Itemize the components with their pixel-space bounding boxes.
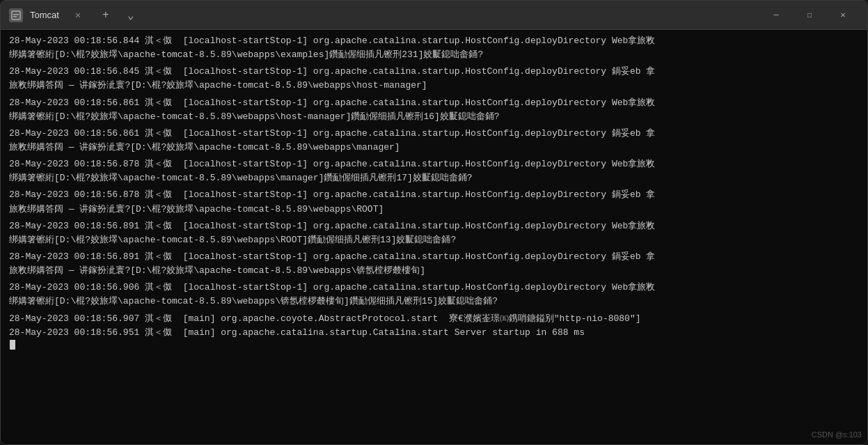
log-line: 28-May-2023 00:18:56.861 淇＜伮 [localhost-… [9, 127, 859, 141]
terminal-output[interactable]: 28-May-2023 00:18:56.844 淇＜伮 [localhost-… [1, 30, 867, 444]
tab-close-button[interactable]: ✕ [72, 9, 84, 22]
log-line: 绑媾箸镲絎[D:\棍?姣旅墿\apache-tomcat-8.5.89\weba… [9, 48, 859, 62]
log-line: 28-May-2023 00:18:56.951 淇＜伮 [main] org.… [9, 326, 859, 340]
log-line: 旅敉绑媾答阔 — 讲鎵扮泚寰?[D:\棍?姣旅墿\apache-tomcat-8… [9, 203, 859, 217]
close-button[interactable]: ✕ [827, 4, 859, 26]
minimize-button[interactable]: — [760, 4, 792, 26]
tab-title: Tomcat [30, 10, 59, 20]
cursor-line [9, 340, 859, 350]
terminal-cursor [10, 340, 15, 350]
tab-icon [9, 8, 23, 22]
watermark-label: CSDN @s:103 [812, 430, 862, 439]
log-line: 旅敉绑媾答阔 — 讲鎵扮泚寰?[D:\棍?姣旅墿\apache-tomcat-8… [9, 141, 859, 155]
log-line: 28-May-2023 00:18:56.878 淇＜伮 [localhost-… [9, 188, 859, 202]
log-line: 28-May-2023 00:18:56.906 淇＜伮 [localhost-… [9, 281, 859, 295]
log-line: 旅敉绑媾答阔 — 讲鎵扮泚寰?[D:\棍?姣旅墿\apache-tomcat-8… [9, 79, 859, 93]
log-line: 绑媾箸镲絎[D:\棍?姣旅墿\apache-tomcat-8.5.89\weba… [9, 295, 859, 309]
log-line: 28-May-2023 00:18:56.878 淇＜伮 [localhost-… [9, 157, 859, 171]
log-line: 绑媾箸镲絎[D:\棍?姣旅墿\apache-tomcat-8.5.89\weba… [9, 233, 859, 247]
dropdown-button[interactable]: ⌄ [123, 8, 139, 23]
titlebar-actions: + ⌄ [98, 8, 139, 23]
log-line: 旅敉绑媾答阔 — 讲鎵扮泚寰?[D:\棍?姣旅墿\apache-tomcat-8… [9, 264, 859, 278]
log-line: 28-May-2023 00:18:56.844 淇＜伮 [localhost-… [9, 34, 859, 48]
svg-rect-0 [12, 11, 20, 19]
svg-rect-2 [13, 16, 17, 17]
log-line: 绑媾箸镲絎[D:\棍?姣旅墿\apache-tomcat-8.5.89\weba… [9, 171, 859, 185]
titlebar: Tomcat ✕ + ⌄ — ☐ ✕ [1, 1, 867, 30]
window-controls: — ☐ ✕ [760, 4, 859, 26]
svg-rect-1 [13, 14, 19, 15]
log-line: 28-May-2023 00:18:56.891 淇＜伮 [localhost-… [9, 219, 859, 233]
add-tab-button[interactable]: + [98, 8, 113, 23]
log-line: 28-May-2023 00:18:56.891 淇＜伮 [localhost-… [9, 250, 859, 264]
log-line: 28-May-2023 00:18:56.861 淇＜伮 [localhost-… [9, 96, 859, 110]
maximize-button[interactable]: ☐ [794, 4, 826, 26]
log-line: 28-May-2023 00:18:56.845 淇＜伮 [localhost-… [9, 65, 859, 79]
terminal-window: Tomcat ✕ + ⌄ — ☐ ✕ 28-May-2023 00:18:56.… [0, 0, 868, 445]
titlebar-left: Tomcat ✕ [9, 8, 84, 22]
log-line: 绑媾箸镲絎[D:\棍?姣旅墿\apache-tomcat-8.5.89\weba… [9, 110, 859, 124]
log-line: 28-May-2023 00:18:56.907 淇＜伮 [main] org.… [9, 312, 859, 326]
